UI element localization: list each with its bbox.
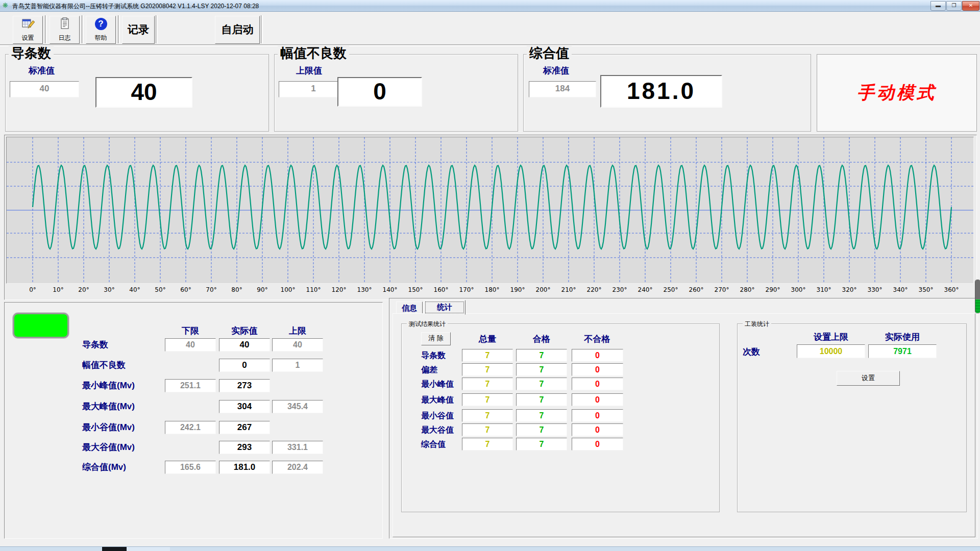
stat-total-value: 7 bbox=[462, 409, 513, 422]
settings-button[interactable]: 设置 bbox=[13, 16, 43, 44]
toolbar-separator bbox=[261, 15, 263, 43]
record-button[interactable]: 记录 bbox=[122, 16, 155, 44]
x-axis-tick: 300° bbox=[786, 286, 811, 293]
tab-info[interactable]: 信息 bbox=[396, 302, 423, 314]
actual-value: 0 bbox=[219, 359, 270, 372]
toolbar-divider bbox=[0, 44, 980, 46]
clear-button[interactable]: 清 除 bbox=[421, 332, 451, 345]
tooling-limit-header: 设置上限 bbox=[797, 331, 865, 343]
log-button-label: 日志 bbox=[50, 34, 79, 42]
restore-button[interactable]: ❐ bbox=[946, 1, 962, 11]
tooling-limit-value[interactable]: 10000 bbox=[797, 344, 865, 358]
help-button[interactable]: ? 帮助 bbox=[86, 16, 116, 44]
x-axis-tick: 100° bbox=[275, 286, 301, 293]
actual-value: 40 bbox=[219, 338, 270, 352]
amplitude-defect-group: 幅值不良数 上限值 1 0 bbox=[274, 54, 518, 132]
taskbar-edge[interactable] bbox=[0, 546, 980, 551]
stat-pass-value: 7 bbox=[516, 393, 567, 406]
actual-value: 293 bbox=[219, 441, 270, 454]
composite-ref-label: 标准值 bbox=[543, 65, 569, 77]
stat-row-label: 最小峰值 bbox=[421, 378, 454, 390]
bar-count-ref-label: 标准值 bbox=[29, 65, 55, 77]
x-axis-tick: 230° bbox=[607, 286, 632, 293]
autostart-button[interactable]: 自启动 bbox=[215, 16, 260, 44]
waveform-chart bbox=[7, 137, 973, 283]
scrollbar-thumb[interactable] bbox=[975, 280, 980, 313]
tooling-count-label: 次数 bbox=[743, 345, 760, 358]
tab-statistics[interactable]: 统计 bbox=[424, 300, 465, 315]
x-axis-tick: 120° bbox=[326, 286, 352, 293]
mode-panel: 手动模式 bbox=[817, 54, 977, 132]
amplitude-defect-display: 0 bbox=[337, 77, 422, 107]
tooling-used-value: 7971 bbox=[868, 344, 937, 358]
x-axis-tick: 160° bbox=[428, 286, 454, 293]
measurement-row-label: 最小谷值(Mv) bbox=[82, 421, 135, 434]
taskbar-segment bbox=[127, 547, 170, 551]
close-button[interactable]: ✕ bbox=[962, 1, 979, 11]
stat-pass-value: 7 bbox=[516, 378, 567, 390]
x-axis-tick: 20° bbox=[71, 286, 96, 293]
mode-label: 手动模式 bbox=[817, 81, 976, 105]
column-header-total: 总量 bbox=[462, 333, 513, 345]
measurement-row-label: 导条数 bbox=[82, 338, 108, 352]
x-axis-tick: 0° bbox=[20, 286, 45, 293]
composite-display: 181.0 bbox=[600, 75, 722, 108]
x-axis-tick: 360° bbox=[939, 286, 964, 293]
settings-icon bbox=[21, 17, 35, 31]
stat-fail-value: 0 bbox=[572, 423, 623, 436]
scrollbar-thumb-stripes bbox=[975, 299, 980, 313]
statistics-tab-page: 测试结果统计 清 除 总量 合格 不合格 导条数770偏差770最小峰值770最… bbox=[393, 313, 975, 537]
x-axis-tick: 130° bbox=[352, 286, 377, 293]
help-icon: ? bbox=[95, 18, 107, 30]
bar-count-group: 导条数 标准值 40 40 bbox=[5, 54, 269, 132]
help-button-label: 帮助 bbox=[86, 34, 115, 42]
low-limit-value: 242.1 bbox=[165, 421, 216, 434]
minimize-button[interactable]: ▬ bbox=[930, 1, 946, 11]
high-limit-value: 331.1 bbox=[272, 441, 323, 454]
stat-total-value: 7 bbox=[462, 349, 513, 362]
tooling-set-button[interactable]: 设置 bbox=[837, 371, 900, 386]
x-axis-tick: 220° bbox=[581, 286, 607, 293]
x-axis-tick: 200° bbox=[530, 286, 556, 293]
measurement-row-label: 最小峰值(Mv) bbox=[82, 379, 135, 392]
toolbar-separator bbox=[118, 15, 120, 43]
column-header-low: 下限 bbox=[165, 325, 216, 337]
actual-value: 273 bbox=[219, 379, 270, 392]
measurement-row-label: 最大峰值(Mv) bbox=[82, 400, 135, 413]
x-axis-tick: 180° bbox=[479, 286, 505, 293]
low-limit-value: 251.1 bbox=[165, 379, 216, 392]
stat-total-value: 7 bbox=[462, 423, 513, 436]
low-limit-value: 40 bbox=[165, 338, 216, 352]
x-axis-tick: 60° bbox=[173, 286, 199, 293]
stat-row-label: 导条数 bbox=[421, 349, 446, 362]
stat-pass-value: 7 bbox=[516, 363, 567, 376]
bar-count-display: 40 bbox=[95, 77, 192, 108]
bar-count-group-title: 导条数 bbox=[9, 45, 54, 61]
tooling-stats-title: 工装统计 bbox=[743, 320, 771, 329]
x-axis: 0°10°20°30°40°50°60°70°80°90°100°110°120… bbox=[7, 286, 974, 295]
test-result-stats-group: 测试结果统计 清 除 总量 合格 不合格 导条数770偏差770最小峰值770最… bbox=[401, 323, 720, 512]
test-result-stats-title: 测试结果统计 bbox=[407, 320, 448, 329]
stat-fail-value: 0 bbox=[572, 409, 623, 422]
composite-ref-input[interactable]: 184 bbox=[529, 81, 596, 97]
stat-pass-value: 7 bbox=[516, 409, 567, 422]
toolbar-separator bbox=[82, 15, 84, 43]
window-title: 青岛艾普智能仪器有限公司--压铸转子测试系统 G202008042 V1.1.4… bbox=[12, 2, 259, 11]
waveform-panel: 0°10°20°30°40°50°60°70°80°90°100°110°120… bbox=[4, 135, 977, 300]
measurement-panel: 下限 实际值 上限 导条数404040幅值不良数01最小峰值(Mv)251.12… bbox=[4, 302, 383, 539]
taskbar-window-button[interactable] bbox=[102, 547, 127, 551]
scrollbar-thumb-top bbox=[975, 280, 980, 299]
high-limit-value: 40 bbox=[272, 338, 323, 352]
bar-count-ref-input[interactable]: 40 bbox=[10, 81, 79, 97]
x-axis-tick: 260° bbox=[683, 286, 709, 293]
title-bar[interactable]: ❋ 青岛艾普智能仪器有限公司--压铸转子测试系统 G202008042 V1.1… bbox=[0, 0, 980, 12]
x-axis-tick: 50° bbox=[148, 286, 173, 293]
composite-value-group-title: 综合值 bbox=[527, 45, 572, 61]
stat-pass-value: 7 bbox=[516, 438, 567, 450]
log-button[interactable]: 日志 bbox=[50, 16, 80, 44]
waveform-plot bbox=[6, 137, 974, 284]
stat-total-value: 7 bbox=[462, 393, 513, 406]
log-icon bbox=[58, 17, 71, 31]
stat-row-label: 综合值 bbox=[421, 438, 446, 450]
toolbar-separator bbox=[45, 15, 47, 43]
